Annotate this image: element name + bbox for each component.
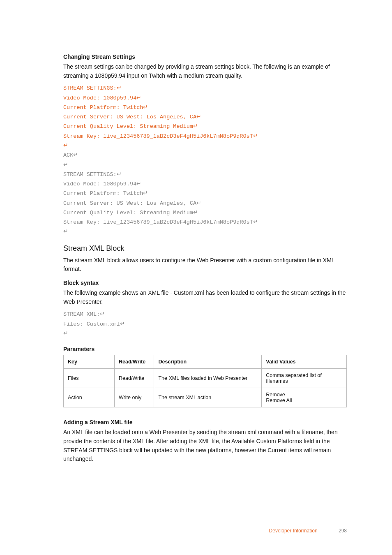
block-syntax-heading: Block syntax [63,280,347,286]
return-icon: ↵ [117,85,122,91]
col-key-header: Key [64,355,115,369]
table-cell: Comma separated list of filenames [262,369,347,388]
table-cell: Files [64,369,115,388]
table-cell: Write only [115,388,154,407]
table-header-row: Key Read/Write Description Valid Values [64,355,347,369]
return-icon: ↵ [117,171,122,177]
code-line: Current Platform: Twitch [63,190,143,197]
code-line: Current Server: US West: Los Angeles, CA [63,200,196,206]
code-line: STREAM XML: [63,311,100,317]
code-line: STREAM SETTINGS: [63,171,117,178]
stream-settings-code-block: STREAM SETTINGS:↵Video Mode: 1080p59.94↵… [63,83,347,236]
table-cell: RemoveRemove All [262,388,347,407]
return-icon: ↵ [196,200,201,206]
return-icon: ↵ [73,152,78,158]
table-cell: Action [64,388,115,407]
return-icon: ↵ [193,123,198,129]
return-icon: ↵ [63,228,68,234]
code-line: Current Quality Level: Streaming Medium [63,123,193,130]
return-icon: ↵ [136,95,141,101]
return-icon: ↵ [253,133,258,139]
code-line: Current Quality Level: Streaming Medium [63,210,193,216]
page-container: Changing Stream Settings The stream sett… [0,0,392,555]
code-line: ACK [63,152,73,158]
table-cell: The stream XML action [154,388,262,407]
return-icon: ↵ [143,190,148,196]
table-row: ActionWrite onlyThe stream XML actionRem… [64,388,347,407]
code-line: STREAM SETTINGS: [63,85,117,91]
code-line: Video Mode: 1080p59.94 [63,95,136,101]
return-icon: ↵ [63,142,68,148]
parameters-table: Key Read/Write Description Valid Values … [63,355,347,407]
adding-stream-xml-para: An XML file can be loaded onto a Web Pre… [63,428,347,464]
return-icon: ↵ [63,330,68,336]
stream-xml-block-heading: Stream XML Block [63,244,347,253]
page-footer: Developer Information 298 [269,528,347,534]
code-line: Video Mode: 1080p59.94 [63,181,136,187]
col-description-header: Description [154,355,262,369]
block-syntax-para: The following example shows an XML file … [63,289,347,306]
code-line: Current Server: US West: Los Angeles, CA [63,114,196,120]
changing-stream-settings-para: The stream settings can be changed by pr… [63,62,347,80]
return-icon: ↵ [193,209,198,215]
stream-xml-block-para: The stream XML block allows users to con… [63,256,347,274]
return-icon: ↵ [143,104,148,110]
changing-stream-settings-heading: Changing Stream Settings [63,53,347,60]
table-cell: The XML files loaded in Web Presenter [154,369,262,388]
table-row: FilesRead/WriteThe XML files loaded in W… [64,369,347,388]
col-validvalues-header: Valid Values [262,355,347,369]
return-icon: ↵ [136,180,141,187]
footer-page-number: 298 [339,528,347,534]
return-icon: ↵ [100,311,105,317]
code-line: Stream Key: live_123456789_1aB2cD3eF4gH5… [63,219,253,225]
return-icon: ↵ [196,113,201,120]
code-line: Stream Key: live_123456789_1aB2cD3eF4gH5… [63,133,253,139]
table-cell: Read/Write [115,369,154,388]
adding-stream-xml-heading: Adding a Stream XML file [63,419,347,426]
col-readwrite-header: Read/Write [115,355,154,369]
code-line: Current Platform: Twitch [63,104,143,111]
footer-section-name: Developer Information [269,528,318,534]
code-line: Files: Custom.xml [63,321,120,327]
return-icon: ↵ [63,162,68,168]
parameters-heading: Parameters [63,346,347,352]
stream-xml-code-block: STREAM XML:↵Files: Custom.xml↵↵ [63,310,347,338]
return-icon: ↵ [120,321,125,327]
return-icon: ↵ [253,219,258,225]
